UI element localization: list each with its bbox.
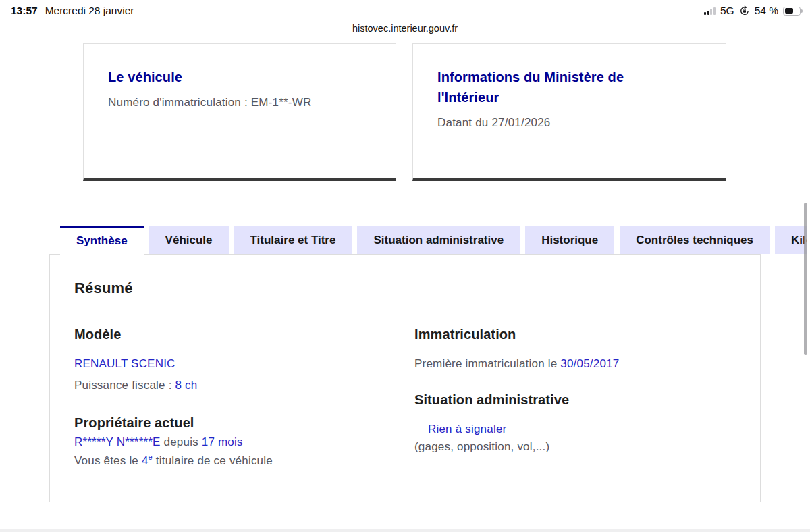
summary-columns: Modèle RENAULT SCENIC Puissance fiscale … (74, 327, 736, 468)
tab-controles-techniques[interactable]: Contrôles techniques (620, 226, 770, 254)
tab-situation-administrative[interactable]: Situation administrative (357, 226, 520, 254)
footer-divider (0, 529, 810, 532)
vertical-scrollbar[interactable] (804, 203, 807, 355)
date: Mercredi 28 janvier (45, 5, 134, 17)
status-bar: 13:57 Mercredi 28 janvier 5G 54 % (0, 0, 810, 22)
panel-title: Résumé (74, 280, 736, 297)
status-bar-right: 5G 54 % (704, 5, 801, 17)
first-registration-date: 30/05/2017 (560, 357, 619, 370)
card-vehicle-title: Le véhicule (108, 67, 338, 87)
holder-prefix: Vous êtes le (74, 454, 142, 467)
holder-rank-line: Vous êtes le 4e titulaire de ce véhicule (74, 453, 414, 468)
owner-line: R*****Y N******E depuis 17 mois (74, 435, 414, 449)
status-bar-left: 13:57 Mercredi 28 janvier (11, 5, 134, 17)
summary-left-column: Modèle RENAULT SCENIC Puissance fiscale … (74, 327, 414, 468)
card-vehicle-body: Numéro d'immatriculation : EM-1**-WR (108, 96, 371, 109)
model-name-value: RENAULT SCENIC (74, 357, 176, 370)
fiscal-power-label: Puissance fiscale : (74, 379, 176, 392)
tab-titulaire-et-titre[interactable]: Titulaire et Titre (234, 226, 352, 254)
model-heading: Modèle (74, 327, 414, 342)
fiscal-power-value: 8 ch (176, 379, 198, 392)
tab-vehicule[interactable]: Véhicule (149, 226, 229, 254)
holder-rank: 4e (142, 454, 153, 467)
admin-status-line: Rien à signaler (414, 423, 736, 436)
tab-bar: Synthèse Véhicule Titulaire et Titre Sit… (49, 226, 807, 255)
owner-masked-name: R*****Y N******E (74, 435, 161, 448)
registration-heading: Immatriculation (414, 327, 736, 342)
address-bar-url[interactable]: histovec.interieur.gouv.fr (352, 23, 458, 34)
safari-ipad-screen: 13:57 Mercredi 28 janvier 5G 54 % (0, 0, 810, 532)
battery-percent-label: 54 % (755, 5, 778, 17)
fiscal-power-line: Puissance fiscale : 8 ch (74, 379, 414, 392)
card-vehicle: Le véhicule Numéro d'immatriculation : E… (83, 43, 396, 181)
card-ministry-title: Informations du Ministère de l'Intérieur (437, 67, 667, 107)
owner-since-value: 17 mois (202, 435, 243, 448)
card-ministry-body: Datant du 27/01/2026 (437, 116, 701, 130)
tab-historique[interactable]: Historique (525, 226, 614, 254)
battery-icon (783, 7, 801, 16)
cellular-signal-icon (704, 7, 716, 15)
card-ministry: Informations du Ministère de l'Intérieur… (412, 43, 726, 181)
address-bar[interactable]: histovec.interieur.gouv.fr (0, 22, 810, 36)
first-registration-line: Première immatriculation le 30/05/2017 (414, 357, 736, 371)
admin-status-value: Rien à signaler (428, 423, 506, 435)
holder-suffix: titulaire de ce véhicule (153, 454, 273, 467)
network-type-label: 5G (720, 5, 734, 17)
synthese-panel: Résumé Modèle RENAULT SCENIC Puissance f… (49, 254, 761, 502)
tab-kilometrage[interactable]: Kilométrage (775, 226, 807, 254)
first-registration-label: Première immatriculation le (414, 357, 560, 370)
clock: 13:57 (11, 5, 38, 17)
owner-since-label: depuis (161, 435, 202, 448)
admin-status-hint: (gages, opposition, vol,...) (414, 440, 736, 454)
orientation-lock-icon (739, 5, 750, 16)
admin-status-heading: Situation administrative (414, 392, 736, 408)
owner-heading: Propriétaire actuel (74, 415, 414, 431)
tab-synthese[interactable]: Synthèse (60, 226, 144, 255)
summary-right-column: Immatriculation Première immatriculation… (414, 327, 736, 468)
model-name: RENAULT SCENIC (74, 357, 414, 371)
